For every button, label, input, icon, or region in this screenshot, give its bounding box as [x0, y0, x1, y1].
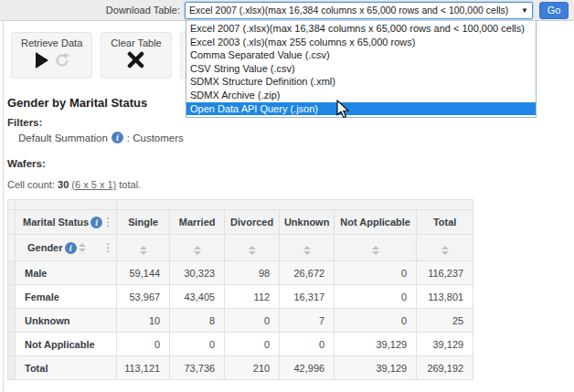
info-icon[interactable]: i — [90, 217, 102, 228]
data-cell: 0 — [335, 261, 417, 285]
table-row: Not Applicable000039,12939,129 — [8, 333, 473, 356]
row-dimension-row: Gender i ⋮ — [8, 235, 473, 261]
row-label: Total — [16, 356, 117, 380]
download-format-select[interactable]: Excel 2007 (.xlsx)(max 16,384 columns x … — [185, 2, 533, 19]
data-cell: 42,996 — [280, 356, 335, 380]
row-label: Female — [16, 285, 117, 309]
download-bar: Download Table: Excel 2007 (.xlsx)(max 1… — [0, 0, 574, 21]
filter-name: Default Summation — [18, 132, 108, 143]
dropdown-option[interactable]: SDMX Structure Definition (.xml) — [186, 75, 536, 89]
info-icon[interactable]: i — [112, 132, 123, 143]
table-top-strip — [8, 200, 473, 210]
data-cell: 112 — [225, 285, 280, 309]
clear-table-label: Clear Table — [111, 37, 161, 48]
x-icon — [127, 51, 144, 72]
dropdown-option[interactable]: CSV String Value (.csv) — [186, 62, 536, 76]
data-cell: 39,129 — [417, 333, 473, 356]
sort-toggle-icon[interactable] — [249, 246, 256, 255]
table-row: Male59,14430,3239826,6720116,237 — [8, 261, 473, 285]
column-dimension-label: Marital Status — [23, 217, 89, 228]
panel-left-border — [3, 21, 4, 392]
row-label: Not Applicable — [16, 333, 117, 356]
kebab-menu-icon[interactable]: ⋮ — [102, 216, 113, 228]
table-row: Total113,12173,73621042,99639,129269,192 — [8, 356, 473, 380]
data-cell: 59,144 — [117, 261, 170, 285]
filter-value: : Customers — [127, 132, 184, 143]
sort-toggle-icon[interactable] — [441, 246, 449, 255]
dropdown-option[interactable]: Excel 2007 (.xlsx)(max 16,384 columns x … — [186, 22, 536, 36]
dropdown-option[interactable]: Excel 2003 (.xls)(max 255 columns x 65,0… — [186, 36, 536, 49]
row-dimension-label: Gender — [27, 242, 63, 253]
data-cell: 0 — [280, 333, 335, 356]
column-sort-cell — [170, 235, 225, 261]
sort-toggle-icon[interactable] — [79, 243, 86, 252]
row-label: Male — [16, 261, 117, 285]
select-value: Excel 2007 (.xlsx)(max 16,384 columns x … — [189, 5, 518, 16]
dropdown-option[interactable]: Open Data API Query (.json) — [186, 102, 536, 116]
data-cell: 116,237 — [417, 261, 473, 285]
cell-count-line: Cell count: 30 (6 x 5 x 1) total. — [7, 179, 141, 190]
data-cell: 39,129 — [335, 333, 417, 356]
column-header: Married — [170, 210, 225, 235]
page-title: Gender by Marital Status — [7, 96, 147, 110]
data-cell: 26,672 — [280, 261, 335, 285]
filters-heading: Filters: — [7, 117, 42, 128]
data-cell: 7 — [280, 309, 335, 333]
go-button[interactable]: Go — [539, 2, 569, 19]
cell-count-dims-link[interactable]: (6 x 5 x 1) — [71, 179, 116, 190]
table-row: Unknown10807025 — [8, 309, 473, 333]
data-cell: 39,129 — [335, 356, 417, 380]
data-cell: 0 — [117, 333, 170, 356]
mouse-cursor-icon — [336, 100, 350, 122]
dropdown-option[interactable]: SDMX Archive (.zip) — [186, 89, 536, 102]
data-cell: 0 — [335, 309, 417, 333]
row-label: Unknown — [16, 309, 117, 333]
kebab-menu-icon[interactable]: ⋮ — [102, 241, 113, 254]
clear-table-button[interactable]: Clear Table — [101, 32, 171, 79]
data-cell: 16,317 — [280, 285, 335, 309]
retrieve-data-button[interactable]: Retrieve Data — [11, 32, 92, 79]
column-sort-cell — [280, 235, 335, 261]
data-cell: 113,801 — [417, 285, 473, 309]
cell-count-prefix: Cell count: — [7, 179, 58, 190]
sort-toggle-icon[interactable] — [140, 246, 147, 255]
cell-count-suffix: total. — [116, 179, 141, 190]
column-header: Single — [117, 210, 170, 235]
select-dropdown-arrow-icon: ▼ — [521, 6, 528, 15]
data-cell: 0 — [225, 333, 280, 356]
data-cell: 8 — [170, 309, 225, 333]
data-table: Marital Status i ⋮ SingleMarriedDivorced… — [7, 199, 473, 380]
data-cell: 113,121 — [117, 356, 170, 380]
data-cell: 43,405 — [170, 285, 225, 309]
data-cell: 210 — [225, 356, 280, 380]
data-cell: 0 — [170, 333, 225, 356]
sort-toggle-icon[interactable] — [372, 246, 379, 255]
column-header: Unknown — [280, 210, 335, 235]
cell-count-value: 30 — [58, 179, 69, 190]
column-header: Divorced — [225, 210, 280, 235]
download-format-listbox: Excel 2007 (.xlsx)(max 16,384 columns x … — [186, 21, 537, 118]
column-sort-cell — [417, 235, 473, 261]
info-icon[interactable]: i — [65, 242, 77, 254]
wafers-heading: Wafers: — [7, 158, 46, 169]
dropdown-option[interactable]: Comma Separated Value (.csv) — [186, 48, 536, 62]
column-header: Not Applicable — [335, 210, 417, 235]
data-cell: 10 — [117, 309, 170, 333]
retrieve-data-label: Retrieve Data — [21, 37, 82, 48]
data-cell: 98 — [225, 261, 280, 285]
filter-line: Default Summation i : Customers — [18, 132, 184, 143]
play-icon — [34, 51, 50, 73]
refresh-icon — [54, 52, 70, 72]
table-row: Female53,96743,40511216,3170113,801 — [8, 285, 473, 309]
data-cell: 0 — [335, 285, 417, 309]
column-sort-cell — [225, 235, 280, 261]
column-header: Total — [417, 210, 473, 235]
column-sort-cell — [335, 235, 417, 261]
data-cell: 269,192 — [417, 356, 473, 380]
data-cell: 0 — [225, 309, 280, 333]
sort-toggle-icon[interactable] — [303, 246, 311, 255]
sort-toggle-icon[interactable] — [194, 246, 201, 255]
column-sort-cell — [117, 235, 170, 261]
data-cell: 30,323 — [170, 261, 225, 285]
data-cell: 25 — [417, 309, 473, 333]
